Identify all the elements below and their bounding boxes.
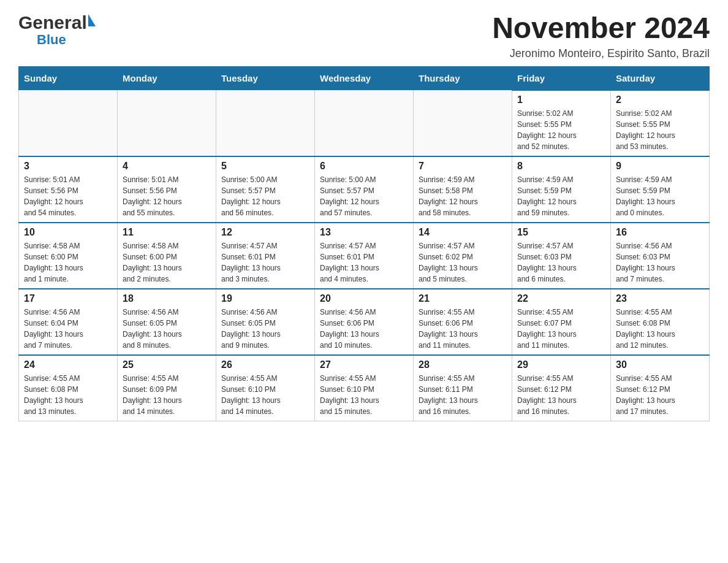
- calendar-cell: 8Sunrise: 4:59 AMSunset: 5:59 PMDaylight…: [512, 156, 611, 223]
- column-header-sunday: Sunday: [19, 66, 118, 90]
- calendar-week-3: 10Sunrise: 4:58 AMSunset: 6:00 PMDayligh…: [19, 223, 710, 289]
- calendar-cell: 6Sunrise: 5:00 AMSunset: 5:57 PMDaylight…: [315, 156, 414, 223]
- day-number: 25: [123, 359, 211, 370]
- day-number: 3: [24, 161, 112, 172]
- day-number: 12: [221, 227, 309, 238]
- day-info: Sunrise: 4:58 AMSunset: 6:00 PMDaylight:…: [123, 240, 211, 285]
- calendar-cell: [19, 90, 118, 156]
- calendar-cell: 3Sunrise: 5:01 AMSunset: 5:56 PMDaylight…: [19, 156, 118, 223]
- day-number: 2: [616, 94, 704, 105]
- day-number: 6: [320, 161, 408, 172]
- day-info: Sunrise: 4:55 AMSunset: 6:08 PMDaylight:…: [24, 373, 112, 417]
- calendar-cell: 21Sunrise: 4:55 AMSunset: 6:06 PMDayligh…: [414, 289, 512, 355]
- day-info: Sunrise: 4:55 AMSunset: 6:11 PMDaylight:…: [419, 373, 507, 417]
- day-info: Sunrise: 5:02 AMSunset: 5:55 PMDaylight:…: [616, 108, 704, 152]
- logo-arrow-icon: [88, 14, 96, 26]
- day-info: Sunrise: 4:58 AMSunset: 6:00 PMDaylight:…: [24, 240, 112, 285]
- calendar-week-4: 17Sunrise: 4:56 AMSunset: 6:04 PMDayligh…: [19, 289, 710, 355]
- month-title: November 2024: [492, 12, 710, 45]
- calendar-week-1: 1Sunrise: 5:02 AMSunset: 5:55 PMDaylight…: [19, 90, 710, 156]
- calendar-cell: 14Sunrise: 4:57 AMSunset: 6:02 PMDayligh…: [414, 223, 512, 289]
- calendar-week-5: 24Sunrise: 4:55 AMSunset: 6:08 PMDayligh…: [19, 355, 710, 421]
- day-info: Sunrise: 4:59 AMSunset: 5:59 PMDaylight:…: [517, 174, 605, 218]
- calendar-cell: 25Sunrise: 4:55 AMSunset: 6:09 PMDayligh…: [118, 355, 216, 421]
- calendar-cell: 2Sunrise: 5:02 AMSunset: 5:55 PMDaylight…: [611, 90, 710, 156]
- day-info: Sunrise: 4:57 AMSunset: 6:02 PMDaylight:…: [419, 240, 507, 285]
- day-number: 10: [24, 227, 112, 238]
- day-number: 4: [123, 161, 211, 172]
- column-header-wednesday: Wednesday: [315, 66, 414, 90]
- day-number: 29: [517, 359, 605, 370]
- logo: General Blue: [18, 12, 96, 47]
- day-number: 28: [419, 359, 507, 370]
- calendar-cell: 26Sunrise: 4:55 AMSunset: 6:10 PMDayligh…: [216, 355, 315, 421]
- calendar-cell: 15Sunrise: 4:57 AMSunset: 6:03 PMDayligh…: [512, 223, 611, 289]
- day-number: 18: [123, 293, 211, 304]
- calendar-cell: 1Sunrise: 5:02 AMSunset: 5:55 PMDaylight…: [512, 90, 611, 156]
- calendar-cell: 30Sunrise: 4:55 AMSunset: 6:12 PMDayligh…: [611, 355, 710, 421]
- day-info: Sunrise: 4:56 AMSunset: 6:05 PMDaylight:…: [221, 307, 309, 351]
- calendar-cell: 24Sunrise: 4:55 AMSunset: 6:08 PMDayligh…: [19, 355, 118, 421]
- day-info: Sunrise: 4:55 AMSunset: 6:07 PMDaylight:…: [517, 307, 605, 351]
- day-number: 24: [24, 359, 112, 370]
- calendar-cell: 9Sunrise: 4:59 AMSunset: 5:59 PMDaylight…: [611, 156, 710, 223]
- logo-general-text: General: [18, 12, 87, 33]
- calendar-cell: 22Sunrise: 4:55 AMSunset: 6:07 PMDayligh…: [512, 289, 611, 355]
- calendar-cell: 16Sunrise: 4:56 AMSunset: 6:03 PMDayligh…: [611, 223, 710, 289]
- day-number: 13: [320, 227, 408, 238]
- day-info: Sunrise: 5:02 AMSunset: 5:55 PMDaylight:…: [517, 108, 605, 152]
- calendar-cell: 18Sunrise: 4:56 AMSunset: 6:05 PMDayligh…: [118, 289, 216, 355]
- day-number: 21: [419, 293, 507, 304]
- calendar-table: SundayMondayTuesdayWednesdayThursdayFrid…: [18, 66, 710, 421]
- day-number: 22: [517, 293, 605, 304]
- day-number: 23: [616, 293, 704, 304]
- day-info: Sunrise: 4:56 AMSunset: 6:06 PMDaylight:…: [320, 307, 408, 351]
- day-number: 30: [616, 359, 704, 370]
- day-info: Sunrise: 4:59 AMSunset: 5:59 PMDaylight:…: [616, 174, 704, 218]
- day-number: 27: [320, 359, 408, 370]
- calendar-cell: 13Sunrise: 4:57 AMSunset: 6:01 PMDayligh…: [315, 223, 414, 289]
- day-number: 14: [419, 227, 507, 238]
- day-number: 5: [221, 161, 309, 172]
- day-info: Sunrise: 4:56 AMSunset: 6:05 PMDaylight:…: [123, 307, 211, 351]
- day-number: 11: [123, 227, 211, 238]
- day-info: Sunrise: 4:59 AMSunset: 5:58 PMDaylight:…: [419, 174, 507, 218]
- calendar-cell: 29Sunrise: 4:55 AMSunset: 6:12 PMDayligh…: [512, 355, 611, 421]
- day-info: Sunrise: 4:55 AMSunset: 6:12 PMDaylight:…: [517, 373, 605, 417]
- title-section: November 2024 Jeronimo Monteiro, Espirit…: [492, 12, 710, 60]
- day-info: Sunrise: 5:00 AMSunset: 5:57 PMDaylight:…: [320, 174, 408, 218]
- calendar-cell: 12Sunrise: 4:57 AMSunset: 6:01 PMDayligh…: [216, 223, 315, 289]
- column-header-saturday: Saturday: [611, 66, 710, 90]
- day-info: Sunrise: 4:57 AMSunset: 6:01 PMDaylight:…: [320, 240, 408, 285]
- day-number: 15: [517, 227, 605, 238]
- calendar-cell: 28Sunrise: 4:55 AMSunset: 6:11 PMDayligh…: [414, 355, 512, 421]
- day-number: 7: [419, 161, 507, 172]
- logo-blue-text: Blue: [37, 33, 66, 47]
- column-header-tuesday: Tuesday: [216, 66, 315, 90]
- calendar-cell: 19Sunrise: 4:56 AMSunset: 6:05 PMDayligh…: [216, 289, 315, 355]
- calendar-cell: 20Sunrise: 4:56 AMSunset: 6:06 PMDayligh…: [315, 289, 414, 355]
- calendar-header-row: SundayMondayTuesdayWednesdayThursdayFrid…: [19, 66, 710, 90]
- day-info: Sunrise: 4:55 AMSunset: 6:08 PMDaylight:…: [616, 307, 704, 351]
- calendar-cell: 10Sunrise: 4:58 AMSunset: 6:00 PMDayligh…: [19, 223, 118, 289]
- day-info: Sunrise: 5:00 AMSunset: 5:57 PMDaylight:…: [221, 174, 309, 218]
- day-number: 17: [24, 293, 112, 304]
- column-header-friday: Friday: [512, 66, 611, 90]
- day-number: 1: [517, 94, 605, 105]
- page-header: General Blue November 2024 Jeronimo Mont…: [18, 12, 710, 60]
- day-info: Sunrise: 4:55 AMSunset: 6:10 PMDaylight:…: [320, 373, 408, 417]
- day-info: Sunrise: 4:55 AMSunset: 6:12 PMDaylight:…: [616, 373, 704, 417]
- day-number: 9: [616, 161, 704, 172]
- day-info: Sunrise: 4:57 AMSunset: 6:01 PMDaylight:…: [221, 240, 309, 285]
- calendar-cell: [414, 90, 512, 156]
- calendar-cell: [118, 90, 216, 156]
- day-number: 20: [320, 293, 408, 304]
- day-info: Sunrise: 4:56 AMSunset: 6:04 PMDaylight:…: [24, 307, 112, 351]
- day-info: Sunrise: 5:01 AMSunset: 5:56 PMDaylight:…: [123, 174, 211, 218]
- day-number: 26: [221, 359, 309, 370]
- day-info: Sunrise: 4:55 AMSunset: 6:06 PMDaylight:…: [419, 307, 507, 351]
- calendar-cell: [315, 90, 414, 156]
- calendar-cell: 4Sunrise: 5:01 AMSunset: 5:56 PMDaylight…: [118, 156, 216, 223]
- calendar-cell: 27Sunrise: 4:55 AMSunset: 6:10 PMDayligh…: [315, 355, 414, 421]
- calendar-cell: 11Sunrise: 4:58 AMSunset: 6:00 PMDayligh…: [118, 223, 216, 289]
